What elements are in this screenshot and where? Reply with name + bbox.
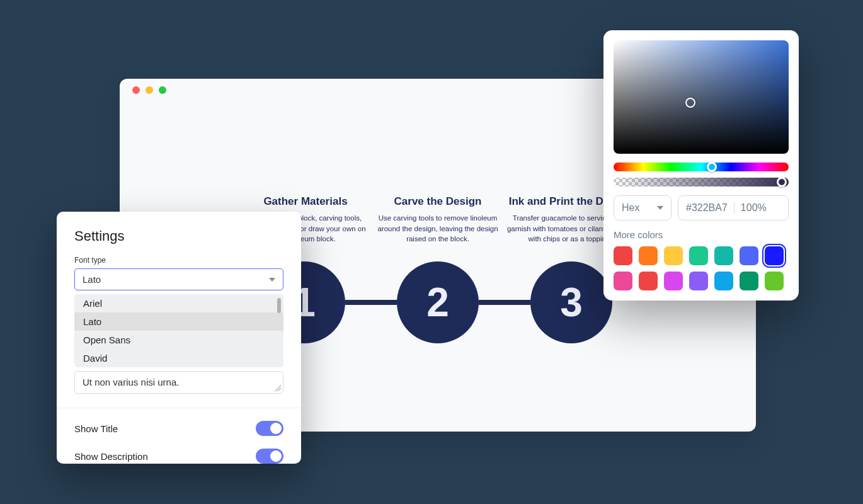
hue-slider-thumb[interactable] (707, 162, 717, 172)
color-format-row: Hex #322BA7 100% (614, 195, 789, 220)
hex-value-text: #322BA7 (686, 202, 728, 214)
step-2-desc: Use carving tools to remove linoleum aro… (372, 213, 504, 244)
color-swatch-7[interactable] (614, 272, 632, 290)
alpha-slider-thumb[interactable] (777, 177, 787, 187)
font-option-david[interactable]: David (74, 349, 283, 367)
description-textarea-value: Ut non varius nisi urna. (83, 377, 179, 387)
color-format-select[interactable]: Hex (614, 195, 672, 220)
show-title-toggle[interactable] (256, 421, 283, 436)
color-swatch-10[interactable] (689, 272, 708, 290)
hex-value-input[interactable]: #322BA7 100% (678, 195, 789, 220)
show-description-label: Show Description (74, 451, 148, 462)
font-option-ariel[interactable]: Ariel (74, 294, 283, 312)
chevron-down-icon (269, 278, 275, 282)
color-swatch-5[interactable] (740, 246, 758, 265)
step-2-circle: 2 (397, 261, 479, 343)
maximize-window-dot[interactable] (159, 86, 166, 94)
color-swatch-4[interactable] (714, 246, 733, 265)
show-title-row: Show Title (74, 408, 283, 436)
alpha-slider[interactable] (614, 178, 789, 186)
dropdown-scrollbar[interactable] (277, 298, 281, 313)
step-2-header: Carve the Design Use carving tools to re… (372, 195, 504, 244)
show-title-label: Show Title (74, 423, 118, 434)
show-description-toggle[interactable] (256, 449, 283, 464)
hue-slider[interactable] (614, 163, 789, 171)
font-type-dropdown: Ariel Lato Open Sans David (74, 294, 283, 367)
step-2-title: Carve the Design (372, 195, 504, 208)
show-description-row: Show Description (74, 436, 283, 464)
color-swatch-12[interactable] (740, 272, 758, 290)
color-swatch-0[interactable] (614, 246, 632, 265)
minimize-window-dot[interactable] (146, 86, 153, 94)
color-swatch-2[interactable] (664, 246, 683, 265)
font-option-opensans[interactable]: Open Sans (74, 331, 283, 349)
step-1-title: Gather Materials (239, 195, 372, 208)
connector-2-3 (479, 300, 530, 305)
chevron-down-icon (657, 206, 663, 210)
close-window-dot[interactable] (132, 86, 140, 94)
opacity-value-text: 100% (741, 202, 767, 214)
hex-opacity-separator (734, 202, 734, 214)
textarea-resize-handle[interactable] (275, 385, 281, 391)
color-picker-panel: Hex #322BA7 100% More colors (603, 30, 799, 301)
description-textarea[interactable]: Ut non varius nisi urna. (74, 371, 283, 394)
saturation-value-cursor[interactable] (685, 98, 695, 108)
color-swatch-6[interactable] (765, 246, 784, 265)
color-swatch-3[interactable] (689, 246, 708, 265)
color-swatch-8[interactable] (639, 272, 658, 290)
font-type-select[interactable]: Lato (74, 268, 283, 290)
color-swatch-11[interactable] (714, 272, 733, 290)
step-3-circle: 3 (530, 261, 612, 343)
saturation-value-area[interactable] (614, 40, 789, 154)
color-swatch-grid (614, 246, 789, 290)
font-option-lato[interactable]: Lato (74, 312, 283, 331)
font-type-select-value: Lato (83, 274, 101, 285)
color-swatch-13[interactable] (765, 272, 784, 290)
settings-panel: Settings Font type Lato Ariel Lato Open … (57, 212, 301, 464)
color-format-value: Hex (622, 202, 639, 214)
color-swatch-9[interactable] (664, 272, 683, 290)
font-type-label: Font type (74, 256, 283, 265)
connector-1-2 (345, 300, 397, 305)
settings-heading: Settings (74, 228, 283, 244)
color-swatch-1[interactable] (639, 246, 658, 265)
more-colors-label: More colors (614, 229, 789, 240)
